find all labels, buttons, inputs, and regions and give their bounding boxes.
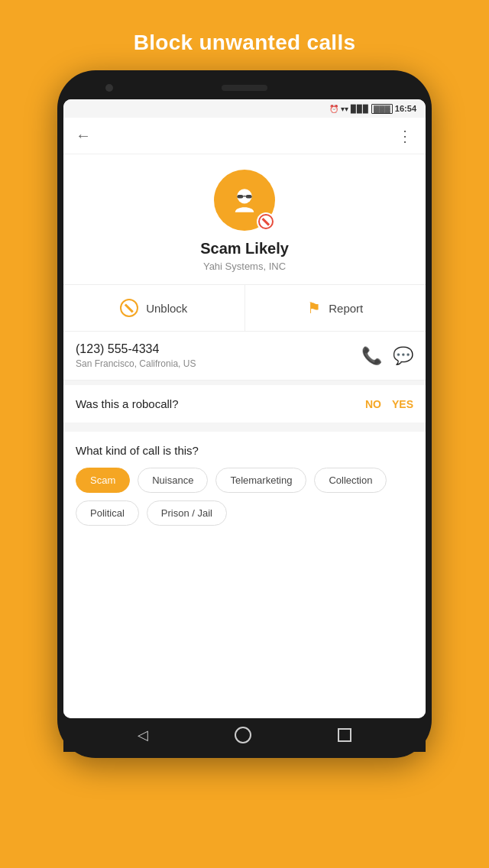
unblock-label: Unblock <box>146 302 187 315</box>
nav-bar: ◁ <box>63 718 426 752</box>
page-header: Block unwanted calls <box>134 31 356 55</box>
phone-screen: ⏰ ▾▾ ▉▉▉ ▓▓▓ 16:54 ← ⋮ <box>63 99 426 718</box>
robocall-answers: NO YES <box>365 398 413 410</box>
report-button[interactable]: ⚑ Report <box>245 285 426 331</box>
svg-rect-1 <box>237 195 243 198</box>
call-type-chip-telemarketing[interactable]: Telemarketing <box>215 468 306 493</box>
robocall-no-button[interactable]: NO <box>365 398 381 410</box>
status-bar: ⏰ ▾▾ ▉▉▉ ▓▓▓ 16:54 <box>63 99 426 118</box>
phone-number: (123) 555-4334 <box>76 342 361 356</box>
phone-device: ⏰ ▾▾ ▉▉▉ ▓▓▓ 16:54 ← ⋮ <box>57 70 432 758</box>
contact-name: Scam Likely <box>200 240 289 257</box>
robocall-question: Was this a robocall? <box>76 397 179 410</box>
phone-action-icons: 📞 💬 <box>361 346 413 366</box>
nav-home-icon[interactable] <box>235 727 251 743</box>
call-type-chip-collection[interactable]: Collection <box>314 468 387 493</box>
unblock-button[interactable]: Unblock <box>63 285 245 331</box>
call-type-chip-prison--jail[interactable]: Prison / Jail <box>147 500 227 526</box>
blocked-badge <box>257 212 275 231</box>
phone-camera <box>105 84 113 92</box>
phone-notch <box>63 76 426 99</box>
call-type-grid: ScamNuisanceTelemarketingCollectionPolit… <box>76 468 413 526</box>
call-type-title: What kind of call is this? <box>76 444 413 457</box>
app-bar: ← ⋮ <box>63 118 426 154</box>
signal-icon: ▉▉▉ <box>351 105 369 113</box>
back-button[interactable]: ← <box>76 127 91 144</box>
blocked-circle-icon <box>258 214 274 229</box>
blocked-line-icon <box>262 218 270 225</box>
robocall-yes-button[interactable]: YES <box>392 398 413 410</box>
call-type-chip-political[interactable]: Political <box>76 500 139 526</box>
report-label: Report <box>329 302 363 315</box>
nav-back-icon[interactable]: ◁ <box>138 727 148 743</box>
phone-location: San Francisco, Califronia, US <box>76 358 361 369</box>
profile-section: Scam Likely Yahi Systems, INC <box>63 154 426 284</box>
action-buttons-row: Unblock ⚑ Report <box>63 284 426 332</box>
phone-info-section: (123) 555-4334 San Francisco, Califronia… <box>63 332 426 381</box>
message-icon[interactable]: 💬 <box>393 346 413 366</box>
battery-icon: ▓▓▓ <box>371 104 393 114</box>
alarm-icon: ⏰ <box>329 105 338 113</box>
call-type-section: What kind of call is this? ScamNuisanceT… <box>63 432 426 718</box>
robocall-section: Was this a robocall? NO YES <box>63 385 426 427</box>
status-icons: ⏰ ▾▾ ▉▉▉ ▓▓▓ 16:54 <box>329 104 416 114</box>
avatar-icon <box>228 184 261 216</box>
call-type-chip-nuisance[interactable]: Nuisance <box>138 468 208 493</box>
status-time: 16:54 <box>395 104 416 113</box>
svg-rect-2 <box>246 195 252 198</box>
phone-details: (123) 555-4334 San Francisco, Califronia… <box>76 342 361 369</box>
nav-recent-icon[interactable] <box>338 728 351 742</box>
avatar-container <box>214 170 275 231</box>
contact-company: Yahi Systems, INC <box>203 261 286 272</box>
robocall-row: Was this a robocall? NO YES <box>76 397 413 410</box>
call-icon[interactable]: 📞 <box>361 346 382 366</box>
flag-icon: ⚑ <box>307 299 321 317</box>
wifi-icon: ▾▾ <box>341 105 348 113</box>
call-type-chip-scam[interactable]: Scam <box>76 468 130 493</box>
unblock-icon <box>120 299 138 317</box>
phone-info-row: (123) 555-4334 San Francisco, Califronia… <box>76 342 413 369</box>
phone-speaker <box>222 85 267 91</box>
more-menu-button[interactable]: ⋮ <box>397 127 413 145</box>
